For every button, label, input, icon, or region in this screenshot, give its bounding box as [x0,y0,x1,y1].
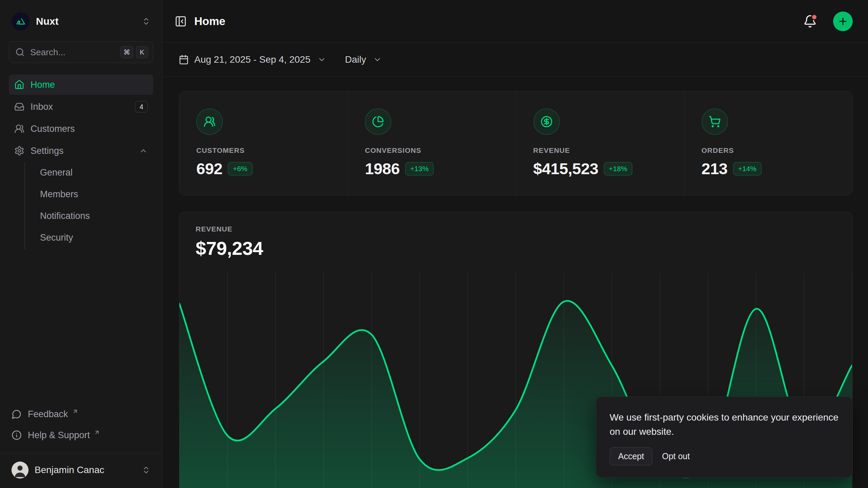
chevron-down-icon [373,55,382,64]
stat-value: 692 [196,159,222,178]
revenue-total: $79,234 [196,237,836,259]
inbox-count-badge: 4 [135,101,148,113]
stat-value: 213 [702,159,728,178]
external-link-icon [72,408,78,414]
sidebar-item-general[interactable]: General [36,163,153,182]
user-menu[interactable]: Benjamin Canac [9,453,153,488]
footer-link-label: Feedback [28,409,68,420]
interval-value: Daily [345,54,366,65]
stat-label: CONVERSIONS [365,146,502,155]
cookie-banner: We use first-party cookies to enhance yo… [596,396,853,478]
chevron-down-icon [317,55,326,64]
user-name: Benjamin Canac [35,465,136,475]
interval-select[interactable]: Daily [345,54,382,65]
chevron-up-icon [139,146,148,155]
chevrons-up-down-icon [142,17,151,26]
stat-delta-badge: +18% [604,162,632,176]
avatar [12,462,28,479]
search-shortcut: ⌘ K [120,46,148,58]
sidebar-item-notifications[interactable]: Notifications [36,206,153,226]
add-new-button[interactable] [833,12,853,31]
dollar-circle-icon [533,108,560,135]
collapse-sidebar-button[interactable] [175,15,187,27]
calendar-icon [179,55,189,65]
settings-subnav: General Members Notifications Security [24,163,153,249]
sidebar-item-label: Home [31,80,55,90]
stat-delta-badge: +13% [405,162,434,176]
inbox-icon [14,102,24,112]
stat-cell-revenue[interactable]: REVENUE $415,523 +18% [516,92,684,195]
sidebar-nav: Home Inbox 4 Customers Settings [9,75,153,249]
dashboard-content: CUSTOMERS 692 +6% CONVERSIONS 1986 +13% [162,77,868,488]
filters-toolbar: Aug 21, 2025 - Sep 4, 2025 Daily [162,43,868,77]
sidebar-item-inbox[interactable]: Inbox 4 [9,97,153,117]
stat-value: 1986 [365,159,400,178]
stat-delta-badge: +6% [228,162,253,176]
stat-label: ORDERS [702,146,839,155]
revenue-label: REVENUE [196,225,836,233]
workspace-switcher[interactable]: Nuxt [9,0,153,34]
pie-chart-icon [365,108,391,135]
search-icon [15,47,25,57]
footer-link-label: Help & Support [28,430,90,441]
gear-icon [14,146,24,156]
shopping-cart-icon [702,108,728,135]
accept-button[interactable]: Accept [610,447,652,465]
app-title: Nuxt [36,16,136,27]
stats-card-group: CUSTOMERS 692 +6% CONVERSIONS 1986 +13% [179,91,853,196]
sidebar-item-settings[interactable]: Settings [9,141,153,161]
search-placeholder: Search... [30,47,115,58]
sidebar-item-label: Inbox [31,102,53,112]
sidebar-item-members[interactable]: Members [36,184,153,204]
help-support-link[interactable]: Help & Support [9,426,153,444]
stat-value: $415,523 [533,159,598,178]
stat-delta-badge: +14% [733,162,762,176]
info-circle-icon [12,430,22,440]
stat-label: CUSTOMERS [196,146,334,155]
sidebar-item-home[interactable]: Home [9,75,153,95]
chevrons-up-down-icon [142,466,151,474]
message-circle-icon [12,409,22,419]
stat-label: REVENUE [533,146,671,155]
sidebar: Nuxt Search... ⌘ K Home Inbox 4 [0,0,162,488]
cookie-message: We use first-party cookies to enhance yo… [610,410,839,439]
kbd-cmd: ⌘ [120,46,133,58]
nuxt-logo-icon [12,12,30,30]
notification-dot [811,14,817,20]
date-range-picker[interactable]: Aug 21, 2025 - Sep 4, 2025 [179,54,326,65]
notifications-button[interactable] [803,15,817,28]
stat-cell-conversions[interactable]: CONVERSIONS 1986 +13% [348,92,516,195]
feedback-link[interactable]: Feedback [9,405,153,423]
page-title: Home [194,15,796,28]
date-range-value: Aug 21, 2025 - Sep 4, 2025 [194,54,311,65]
plus-icon [837,16,848,27]
sidebar-item-security[interactable]: Security [36,228,153,247]
house-icon [14,80,24,90]
users-icon [14,124,24,134]
sidebar-item-label: Customers [31,124,75,134]
search-input[interactable]: Search... ⌘ K [9,41,153,63]
kbd-k: K [136,46,148,58]
sidebar-item-label: Settings [31,146,64,156]
users-icon [196,108,223,135]
sidebar-item-customers[interactable]: Customers [9,119,153,139]
external-link-icon [94,429,100,435]
stat-cell-orders[interactable]: ORDERS 213 +14% [684,92,852,195]
opt-out-button[interactable]: Opt out [660,448,692,465]
page-header: Home [162,0,868,43]
main-area: Home Aug 21, 2025 - Sep 4, 2025 Daily [162,0,868,488]
stat-cell-customers[interactable]: CUSTOMERS 692 +6% [179,92,348,195]
